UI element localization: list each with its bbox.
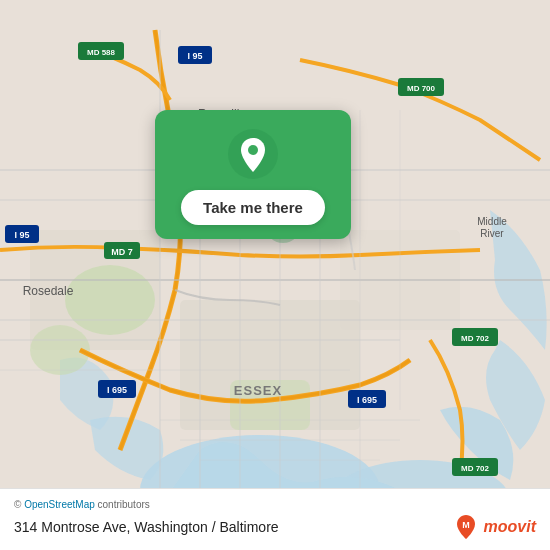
svg-text:I 95: I 95: [14, 230, 29, 240]
svg-point-6: [65, 265, 155, 335]
svg-text:M: M: [462, 520, 470, 530]
moovit-label: moovit: [484, 518, 536, 536]
svg-text:River: River: [480, 228, 504, 239]
openstreetmap-credit: © OpenStreetMap contributors: [14, 499, 536, 510]
svg-text:I 695: I 695: [357, 395, 377, 405]
bottom-bar: © OpenStreetMap contributors 314 Montros…: [0, 488, 550, 550]
location-card: Take me there: [155, 110, 351, 239]
openstreetmap-link[interactable]: OpenStreetMap: [24, 499, 95, 510]
svg-text:MD 7: MD 7: [111, 247, 133, 257]
address-text: 314 Montrose Ave, Washington / Baltimore: [14, 519, 279, 535]
location-pin-icon: [227, 128, 279, 180]
svg-text:MD 702: MD 702: [461, 464, 490, 473]
moovit-logo: M moovit: [452, 513, 536, 541]
map-background: I 95 I 95 MD 588 MD 7 MD 700 I 695 I 695…: [0, 0, 550, 550]
take-me-there-button[interactable]: Take me there: [181, 190, 325, 225]
moovit-icon: M: [452, 513, 480, 541]
svg-text:ESSEX: ESSEX: [234, 383, 282, 398]
svg-text:MD 702: MD 702: [461, 334, 490, 343]
svg-text:I 95: I 95: [187, 51, 202, 61]
svg-text:I 695: I 695: [107, 385, 127, 395]
svg-text:MD 588: MD 588: [87, 48, 116, 57]
address-row: 314 Montrose Ave, Washington / Baltimore…: [14, 513, 536, 541]
svg-text:Middle: Middle: [477, 216, 507, 227]
svg-text:MD 700: MD 700: [407, 84, 436, 93]
credit-suffix: contributors: [95, 499, 150, 510]
svg-text:Rosedale: Rosedale: [23, 284, 74, 298]
map-container: I 95 I 95 MD 588 MD 7 MD 700 I 695 I 695…: [0, 0, 550, 550]
credit-prefix: ©: [14, 499, 24, 510]
svg-point-50: [248, 145, 258, 155]
